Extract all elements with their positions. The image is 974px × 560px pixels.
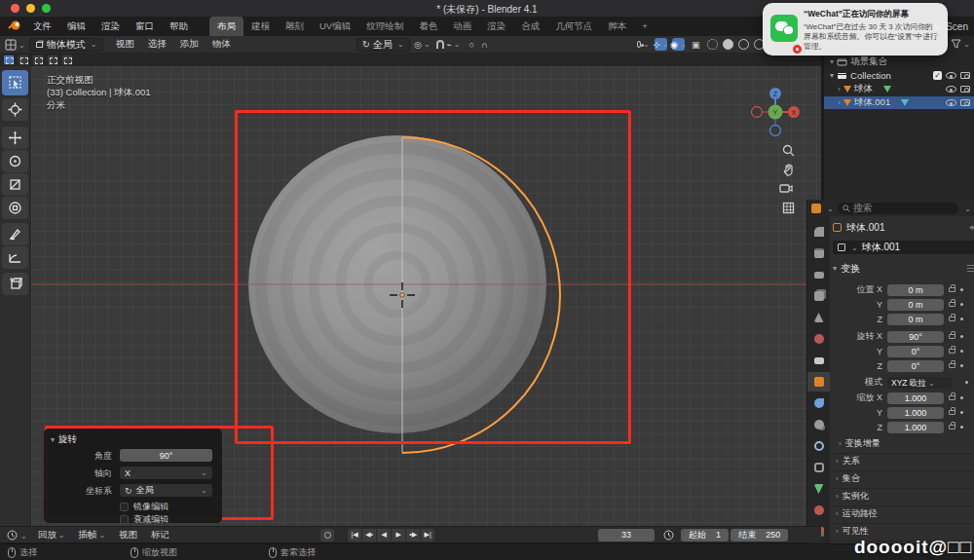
proportional-editing-icon[interactable]: ○ — [466, 38, 478, 51]
workspace-tab-layout[interactable]: 布局 — [209, 17, 244, 36]
expand-arrow-icon[interactable]: ▾ — [830, 71, 834, 80]
tab-collection[interactable] — [807, 351, 830, 370]
render-camera-icon[interactable] — [960, 99, 970, 106]
lock-icon[interactable] — [949, 395, 955, 400]
transform-section-header[interactable]: ▾ 变换 ☰ — [833, 262, 974, 275]
scale-x-field[interactable]: 1.000 — [887, 392, 944, 404]
falloff-curve-icon[interactable]: ∩ — [478, 38, 491, 51]
animate-dot-icon[interactable] — [960, 303, 963, 306]
workspace-add-button[interactable]: + — [634, 17, 656, 36]
menu-file[interactable]: 文件 — [25, 17, 59, 36]
select-mode-invert-icon[interactable] — [47, 55, 58, 65]
tab-render[interactable] — [807, 243, 830, 263]
angle-field[interactable]: 90° — [120, 449, 212, 462]
outliner-row-sphere[interactable]: › 球体 — [824, 83, 974, 95]
animate-dot-icon[interactable] — [960, 350, 963, 353]
animate-dot-icon[interactable] — [960, 364, 963, 367]
tool-scale[interactable] — [2, 173, 28, 196]
tab-tool[interactable] — [807, 222, 830, 242]
workspace-tab-texturepaint[interactable]: 纹理绘制 — [358, 17, 411, 36]
select-mode-intersect-icon[interactable] — [61, 55, 73, 65]
panel-options-icon[interactable]: ☰ — [966, 263, 974, 274]
collection-checkbox[interactable]: ✓ — [933, 71, 942, 80]
tool-move[interactable] — [2, 127, 28, 149]
shading-solid-icon[interactable] — [723, 39, 733, 50]
visibility-dropdown[interactable] — [637, 38, 650, 51]
operator-panel-rotate[interactable]: ▾ 旋转 角度 90° 轴向 X 坐标系 ↻ 全局 镜像编辑 衰减编辑 — [44, 429, 222, 523]
lock-icon[interactable] — [949, 425, 955, 429]
location-z-field[interactable]: 0 m — [887, 314, 944, 325]
shading-material-icon[interactable] — [738, 39, 749, 50]
prev-keyframe-button[interactable]: ◀• — [362, 529, 376, 541]
zoom-view-icon[interactable] — [780, 142, 796, 158]
lock-icon[interactable] — [949, 302, 955, 307]
menu-view-timeline[interactable]: 视图 — [112, 529, 144, 541]
falloff-editing-checkbox[interactable]: 衰减编辑 — [120, 513, 169, 526]
tab-data[interactable] — [807, 479, 830, 499]
camera-view-icon[interactable] — [778, 180, 794, 196]
select-mode-set-icon[interactable] — [3, 55, 15, 65]
mode-dropdown[interactable]: 物体模式 — [29, 38, 103, 52]
workspace-tab-compositing[interactable]: 合成 — [513, 17, 547, 36]
select-mode-extend-icon[interactable] — [18, 55, 29, 65]
section-instancing[interactable]: ›实例化 — [830, 488, 974, 504]
editor-type-icon[interactable] — [4, 38, 17, 51]
animate-dot-icon[interactable] — [965, 381, 968, 384]
workspace-tab-geometrynodes[interactable]: 几何节点 — [547, 17, 600, 36]
tool-cursor[interactable] — [2, 98, 28, 121]
play-button[interactable]: ▶ — [392, 529, 405, 541]
shading-wireframe-icon[interactable] — [707, 39, 718, 50]
tool-rotate[interactable] — [2, 150, 28, 172]
snap-magnet-icon[interactable] — [434, 38, 447, 51]
jump-to-end-button[interactable]: ▶| — [421, 529, 434, 541]
select-mode-subtract-icon[interactable] — [32, 55, 44, 65]
tab-particles[interactable] — [807, 415, 830, 434]
render-camera-icon[interactable] — [960, 86, 970, 93]
location-x-field[interactable]: 0 m — [887, 284, 944, 296]
orientation-dropdown-op[interactable]: ↻ 全局 — [120, 484, 212, 497]
breadcrumb-object[interactable]: 球体.001 — [846, 221, 884, 235]
workspace-tab-sculpting[interactable]: 雕刻 — [278, 17, 312, 36]
prev-frame-button[interactable]: ◀ — [377, 529, 391, 541]
mirror-editing-checkbox[interactable]: 镜像编辑 — [120, 501, 169, 513]
lock-icon[interactable] — [949, 317, 955, 321]
pan-view-icon[interactable] — [780, 162, 796, 177]
gizmos-dropdown[interactable]: ⊹ — [655, 38, 667, 51]
tab-object[interactable] — [807, 372, 830, 392]
axis-dropdown[interactable]: X — [120, 467, 212, 479]
tab-material[interactable] — [807, 501, 830, 520]
object-name-field[interactable]: 球体.001 — [862, 241, 900, 254]
pivot-point-dropdown[interactable]: ◎ — [416, 38, 429, 51]
viewport-3d[interactable]: 正交前视图 (33) Collection | 球体.001 分米 — [31, 66, 821, 526]
scale-y-field[interactable]: 1.000 — [887, 407, 944, 419]
lock-icon[interactable] — [949, 349, 955, 354]
section-collections[interactable]: ›集合 — [830, 470, 974, 486]
menu-render[interactable]: 渲染 — [94, 17, 128, 36]
frame-start-field[interactable]: 起始 1 — [681, 529, 729, 541]
menu-view[interactable]: 视图 — [109, 38, 141, 51]
menu-edit[interactable]: 编辑 — [59, 17, 94, 36]
rotation-x-field[interactable]: 90° — [887, 331, 944, 343]
menu-add[interactable]: 添加 — [173, 38, 206, 51]
menu-keying[interactable]: 插帧 — [71, 529, 112, 541]
workspace-tab-shading[interactable]: 着色 — [411, 17, 445, 36]
current-frame-field[interactable]: 33 — [598, 529, 655, 541]
tab-view-layer[interactable] — [807, 286, 830, 306]
animate-dot-icon[interactable] — [960, 288, 963, 291]
timeline-editor-icon[interactable] — [6, 529, 19, 541]
outliner-row-sphere-001[interactable]: › 球体.001 — [824, 96, 974, 109]
frame-end-field[interactable]: 结束 250 — [730, 529, 788, 541]
menu-markers[interactable]: 标记 — [144, 529, 176, 541]
tab-world[interactable] — [807, 329, 830, 349]
outliner-row-scene-collection[interactable]: ▾ 场景集合 — [824, 56, 974, 68]
menu-select[interactable]: 选择 — [141, 38, 173, 51]
overlays-dropdown[interactable]: ◉ — [672, 38, 685, 51]
rotation-z-field[interactable]: 0° — [887, 360, 944, 372]
section-delta-transform[interactable]: ›变换增量 — [833, 435, 974, 451]
animate-dot-icon[interactable] — [960, 411, 963, 414]
lock-icon[interactable] — [949, 363, 955, 368]
section-motion-paths[interactable]: ›运动路径 — [830, 505, 974, 521]
jump-to-start-button[interactable]: |◀ — [348, 529, 361, 541]
animate-dot-icon[interactable] — [960, 426, 963, 429]
blender-logo-icon[interactable] — [8, 19, 21, 33]
